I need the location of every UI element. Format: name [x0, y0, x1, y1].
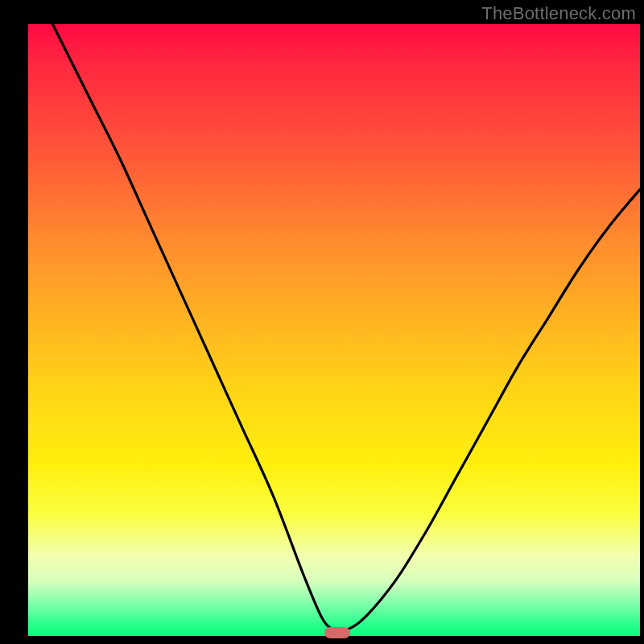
bottleneck-curve — [28, 24, 640, 636]
watermark-text: TheBottleneck.com — [481, 3, 636, 24]
plot-area — [28, 24, 640, 636]
chart-frame: TheBottleneck.com — [0, 0, 644, 644]
optimum-marker — [324, 627, 350, 638]
